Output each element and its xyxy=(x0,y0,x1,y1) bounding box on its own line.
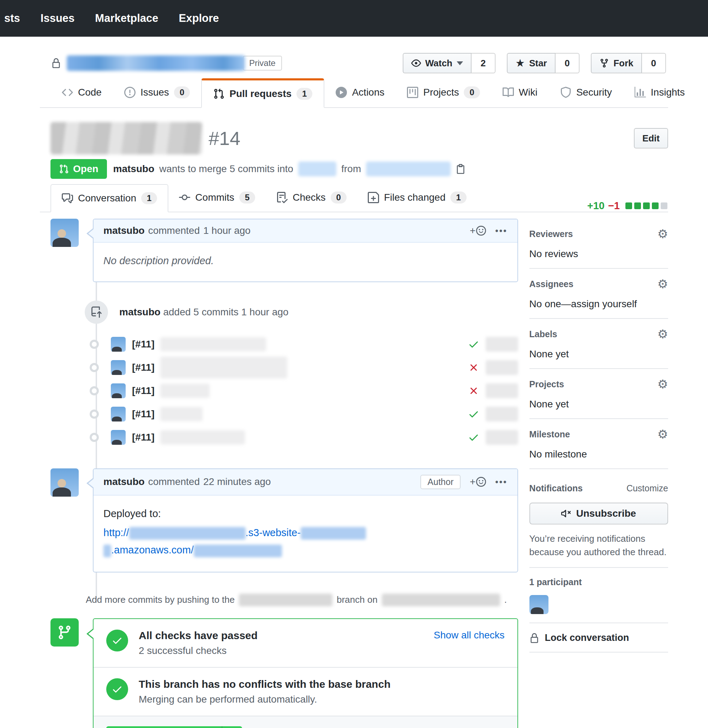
merge-pull-request-button[interactable]: Merge pull request xyxy=(106,726,222,728)
kebab-menu-button[interactable]: ••• xyxy=(495,477,507,487)
check-icon[interactable] xyxy=(468,432,479,443)
commit-message-redacted[interactable] xyxy=(160,357,287,378)
graph-icon xyxy=(635,87,646,98)
assignees-body[interactable]: No one—assign yourself xyxy=(530,298,668,310)
git-pull-request-icon xyxy=(59,164,69,174)
conversation-count-badge: 1 xyxy=(141,192,157,204)
x-icon[interactable] xyxy=(468,385,479,397)
project-icon xyxy=(407,87,418,98)
nav-item-pull-requests-cut[interactable]: sts xyxy=(4,12,20,25)
tab-files-changed[interactable]: Files changed 1 xyxy=(357,184,477,211)
avatar[interactable] xyxy=(51,219,79,247)
star-count[interactable]: 0 xyxy=(556,53,580,73)
pr-title-redacted xyxy=(51,122,202,155)
fork-count[interactable]: 0 xyxy=(642,53,666,73)
edit-button[interactable]: Edit xyxy=(634,128,668,149)
commit-row: [#11] xyxy=(51,403,518,426)
kebab-menu-button[interactable]: ••• xyxy=(495,226,507,236)
tab-pull-requests[interactable]: Pull requests 1 xyxy=(201,78,324,108)
github-desktop-link[interactable]: open this in GitHub Desktop xyxy=(311,727,434,728)
avatar[interactable] xyxy=(530,595,548,614)
tab-settings[interactable]: ⚙ Settings xyxy=(696,78,708,107)
git-pull-request-icon xyxy=(213,88,225,100)
checks-status-section: All checks have passed 2 successful chec… xyxy=(94,619,517,667)
tab-insights[interactable]: Insights xyxy=(623,78,696,107)
avatar[interactable] xyxy=(111,407,126,421)
check-icon[interactable] xyxy=(468,339,479,350)
tab-conversation[interactable]: Conversation 1 xyxy=(51,184,168,212)
git-branch-icon xyxy=(51,618,79,647)
add-reaction-button[interactable]: + xyxy=(470,476,486,488)
head-branch-redacted[interactable] xyxy=(366,162,451,177)
watch-button[interactable]: Watch xyxy=(403,53,472,73)
commit-node-icon xyxy=(90,363,99,372)
star-button[interactable]: ★ Star xyxy=(507,53,555,73)
commit-message-redacted[interactable] xyxy=(160,430,245,444)
commit-message-redacted[interactable] xyxy=(160,407,203,421)
event-author-link[interactable]: matsubo xyxy=(119,307,161,317)
avatar[interactable] xyxy=(111,384,126,398)
lock-conversation-button[interactable]: Lock conversation xyxy=(530,632,668,643)
clipboard-copy-icon[interactable] xyxy=(456,164,466,174)
add-reaction-button[interactable]: + xyxy=(470,225,486,236)
nav-item-marketplace[interactable]: Marketplace xyxy=(95,12,158,25)
nav-item-explore[interactable]: Explore xyxy=(179,12,219,25)
issues-count-badge: 0 xyxy=(174,87,190,98)
reviewers-title: Reviewers xyxy=(530,229,573,239)
gear-icon[interactable]: ⚙ xyxy=(657,228,668,240)
tab-checks[interactable]: Checks 0 xyxy=(266,184,357,211)
tab-code[interactable]: Code xyxy=(51,78,113,107)
comment-timestamp[interactable]: 1 hour ago xyxy=(203,225,251,236)
deploy-link[interactable]: http://.s3-website- .amazonaws.com/ xyxy=(103,524,508,559)
commit-message-redacted[interactable] xyxy=(160,384,210,398)
check-icon[interactable] xyxy=(468,408,479,420)
x-icon[interactable] xyxy=(468,362,479,373)
file-diff-icon xyxy=(368,192,379,203)
tab-issues[interactable]: Issues 0 xyxy=(113,78,201,107)
sidebar-section-milestone: Milestone ⚙ No milestone xyxy=(530,419,668,469)
repo-name-redacted[interactable] xyxy=(67,55,245,71)
base-branch-redacted[interactable] xyxy=(298,162,337,177)
avatar[interactable] xyxy=(111,430,126,445)
pull-requests-count-badge: 1 xyxy=(296,88,312,100)
commit-sha-redacted[interactable] xyxy=(486,384,518,398)
comment-timestamp[interactable]: 22 minutes ago xyxy=(203,476,271,488)
repo-push-icon xyxy=(85,301,108,324)
commit-sha-redacted[interactable] xyxy=(486,337,518,352)
open-state-badge: Open xyxy=(51,159,107,179)
watch-button-group: Watch 2 xyxy=(403,53,496,73)
commit-sha-redacted[interactable] xyxy=(486,430,518,445)
avatar[interactable] xyxy=(111,360,126,375)
gear-icon[interactable]: ⚙ xyxy=(657,278,668,290)
avatar[interactable] xyxy=(51,468,79,496)
pr-author-link[interactable]: matsubo xyxy=(113,163,155,175)
tab-projects[interactable]: Projects 0 xyxy=(396,78,491,107)
nav-item-issues[interactable]: Issues xyxy=(41,12,75,25)
merge-options-dropdown[interactable] xyxy=(222,726,242,728)
comment-author-link[interactable]: matsubo xyxy=(103,476,145,488)
gear-icon[interactable]: ⚙ xyxy=(657,428,668,440)
gear-icon[interactable]: ⚙ xyxy=(657,328,668,340)
tab-actions[interactable]: Actions xyxy=(324,78,396,107)
commit-sha-redacted[interactable] xyxy=(486,407,518,421)
commit-sha-redacted[interactable] xyxy=(486,360,518,375)
smiley-icon xyxy=(476,226,486,236)
avatar[interactable] xyxy=(111,337,126,352)
issue-icon xyxy=(124,87,135,98)
watch-count[interactable]: 2 xyxy=(472,53,496,73)
show-all-checks-link[interactable]: Show all checks xyxy=(434,630,505,641)
tab-commits[interactable]: Commits 5 xyxy=(168,184,266,211)
unsubscribe-button[interactable]: Unsubscribe xyxy=(530,503,668,524)
commit-message-redacted[interactable] xyxy=(160,337,266,351)
commit-row: [#11] xyxy=(51,356,518,379)
comment-author-link[interactable]: matsubo xyxy=(103,225,145,236)
tab-security[interactable]: Security xyxy=(549,78,623,107)
fork-button[interactable]: Fork xyxy=(591,53,642,73)
milestone-title: Milestone xyxy=(530,429,570,440)
comment-header: matsubo commented 1 hour ago + ••• xyxy=(94,219,517,243)
checklist-icon xyxy=(276,192,288,203)
gear-icon[interactable]: ⚙ xyxy=(657,378,668,390)
tab-wiki[interactable]: Wiki xyxy=(491,78,549,107)
customize-link[interactable]: Customize xyxy=(627,483,668,494)
remote-name-redacted xyxy=(382,593,500,606)
